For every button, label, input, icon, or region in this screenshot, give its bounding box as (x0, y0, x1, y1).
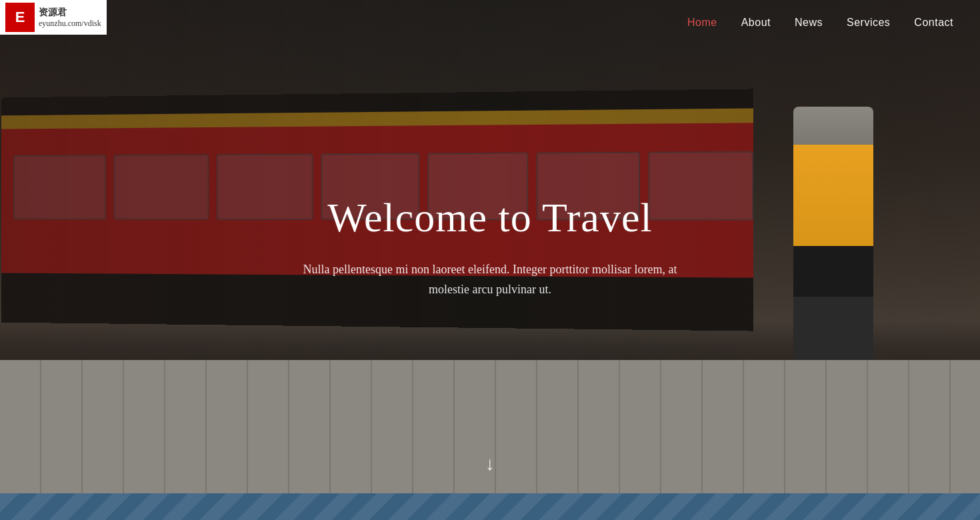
scroll-down-button[interactable]: ↓ (485, 453, 495, 475)
watermark: E 资源君 eyunzhu.com/vdisk (0, 0, 107, 35)
bottom-strip (0, 493, 980, 520)
watermark-logo: E (5, 3, 35, 32)
person-silhouette-yellow (780, 27, 887, 440)
figure-body (793, 107, 873, 360)
nav-item-contact[interactable]: Contact (914, 17, 953, 29)
watermark-line1: 资源君 (39, 7, 101, 19)
nav-item-about[interactable]: About (741, 17, 771, 29)
nav-item-services[interactable]: Services (847, 17, 890, 29)
hero-subtitle: Nulla pellentesque mi non laoreet eleife… (297, 260, 683, 299)
hero-content: Welcome to Travel Nulla pellentesque mi … (257, 194, 723, 300)
main-nav: Home About News Services Contact (687, 17, 953, 29)
nav-item-news[interactable]: News (795, 17, 823, 29)
nav-item-home[interactable]: Home (687, 17, 717, 29)
scroll-down-icon: ↓ (485, 453, 495, 474)
hero-section: Itinerate Home About News Services Conta… (0, 0, 980, 493)
site-header: Itinerate Home About News Services Conta… (0, 0, 980, 45)
watermark-line2: eyunzhu.com/vdisk (39, 19, 101, 29)
watermark-text: 资源君 eyunzhu.com/vdisk (39, 7, 101, 29)
hero-title: Welcome to Travel (257, 194, 723, 241)
